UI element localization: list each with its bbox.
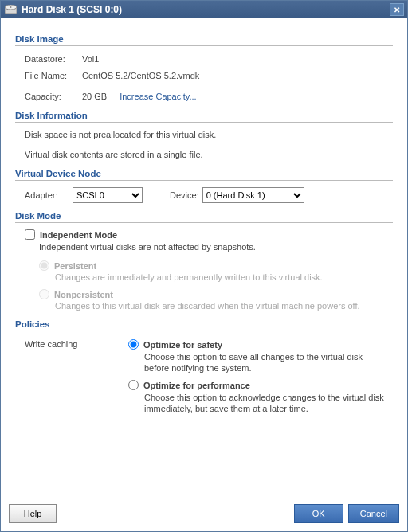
- optimize-safety-desc: Choose this option to save all changes t…: [144, 351, 390, 374]
- optimize-safety-radio[interactable]: [128, 339, 139, 350]
- divider: [15, 222, 393, 223]
- datastore-label: Datastore:: [25, 53, 82, 65]
- write-caching-label: Write caching: [25, 339, 77, 349]
- divider: [15, 331, 393, 331]
- nonpersistent-label: Nonpersistent: [54, 290, 113, 299]
- disk-info-line1: Disk space is not preallocated for this …: [25, 129, 393, 141]
- ok-button[interactable]: OK: [294, 504, 343, 523]
- nonpersistent-desc: Changes to this virtual disk are discard…: [55, 300, 393, 311]
- capacity-label: Capacity:: [25, 90, 82, 103]
- increase-capacity-link[interactable]: Increase Capacity...: [120, 90, 196, 103]
- close-icon: ✕: [394, 6, 400, 14]
- datastore-value: Vol1: [82, 53, 99, 65]
- cancel-button[interactable]: Cancel: [348, 504, 399, 523]
- hard-disk-icon: [4, 4, 17, 15]
- persistent-label: Persistent: [54, 261, 96, 271]
- divider: [15, 180, 393, 181]
- disk-image-heading: Disk Image: [15, 34, 393, 44]
- adapter-select[interactable]: SCSI 0: [73, 187, 143, 203]
- optimize-performance-label: Optimize for performance: [143, 381, 250, 390]
- help-button[interactable]: Help: [9, 504, 57, 523]
- svg-point-2: [10, 6, 11, 8]
- button-bar: Help OK Cancel: [1, 499, 407, 531]
- virtual-device-node-heading: Virtual Device Node: [15, 169, 393, 178]
- dialog-content: Disk Image Datastore: Vol1 File Name: Ce…: [1, 18, 407, 499]
- dialog-window: Hard Disk 1 (SCSI 0:0) ✕ Disk Image Data…: [0, 0, 408, 532]
- device-select[interactable]: 0 (Hard Disk 1): [202, 187, 304, 203]
- optimize-performance-radio[interactable]: [128, 380, 139, 390]
- disk-information-heading: Disk Information: [15, 111, 393, 120]
- persistent-radio: [39, 260, 49, 271]
- filename-value: CentOS 5.2/CentOS 5.2.vmdk: [82, 69, 199, 82]
- window-title: Hard Disk 1 (SCSI 0:0): [22, 4, 122, 15]
- divider: [15, 122, 393, 123]
- capacity-value: 20 GB: [82, 90, 107, 103]
- titlebar: Hard Disk 1 (SCSI 0:0) ✕: [1, 1, 407, 18]
- device-label: Device:: [170, 189, 199, 201]
- policies-heading: Policies: [15, 319, 393, 329]
- independent-mode-checkbox[interactable]: [25, 229, 35, 240]
- disk-info-line2: Virtual disk contents are stored in a si…: [25, 149, 393, 161]
- independent-mode-desc: Independent virtual disks are not affect…: [39, 241, 393, 252]
- nonpersistent-radio: [39, 289, 49, 299]
- optimize-performance-desc: Choose this option to acknowledge change…: [144, 392, 390, 414]
- persistent-desc: Changes are immediately and permanently …: [55, 272, 393, 283]
- independent-mode-label: Independent Mode: [40, 230, 117, 240]
- divider: [15, 45, 393, 46]
- optimize-safety-label: Optimize for safety: [143, 340, 222, 350]
- close-button[interactable]: ✕: [390, 3, 404, 16]
- adapter-label: Adapter:: [25, 189, 69, 201]
- disk-mode-heading: Disk Mode: [15, 211, 393, 221]
- filename-label: File Name:: [25, 69, 82, 82]
